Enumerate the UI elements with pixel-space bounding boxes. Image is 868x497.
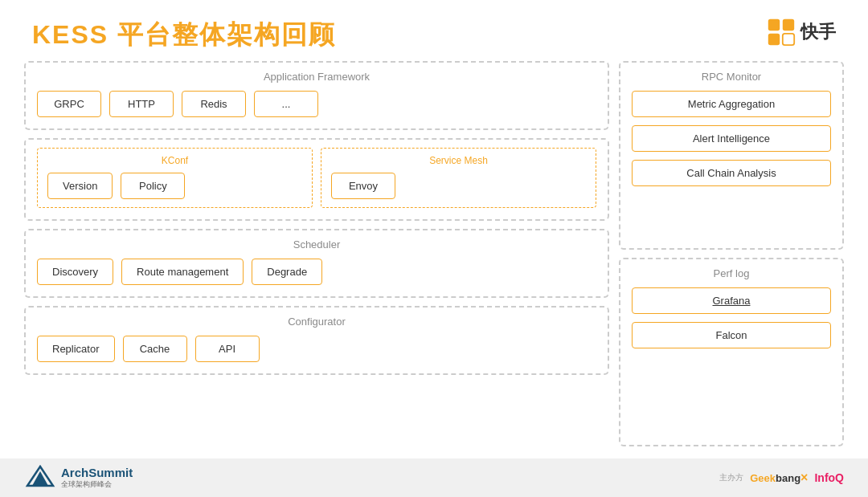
kconf-sub-box: KConf Version Policy [37, 148, 313, 208]
perf-log-items: Grafana Falcon [632, 287, 831, 348]
alert-intelligence-item: Alert Intelligence [632, 125, 831, 152]
discovery-item: Discovery [37, 259, 113, 285]
route-management-item: Route management [121, 259, 244, 285]
infoq-label: InfoQ [814, 471, 844, 484]
scheduler-box: Scheduler Discovery Route management Deg… [24, 229, 609, 298]
metric-aggregation-item: Metric Aggregation [632, 91, 831, 117]
scheduler-items: Discovery Route management Degrade [37, 259, 596, 285]
svg-rect-3 [783, 34, 794, 45]
http-item: HTTP [109, 91, 174, 117]
call-chain-analysis-item: Call Chain Analysis [632, 160, 831, 186]
servicemesh-label: Service Mesh [331, 155, 586, 166]
kconf-servicemesh-row: KConf Version Policy Service Mesh Envoy [37, 148, 596, 208]
perf-log-label: Perf log [632, 267, 831, 279]
rpc-monitor-items: Metric Aggregation Alert Intelligence Ca… [632, 91, 831, 186]
replicator-item: Replicator [37, 336, 115, 362]
main-content: Application Framework GRPC HTTP Redis ..… [0, 61, 868, 446]
header: KESS 平台整体架构回顾 快手 [0, 0, 868, 61]
degrade-item: Degrade [252, 259, 322, 285]
envoy-item: Envoy [331, 173, 395, 199]
servicemesh-sub-box: Service Mesh Envoy [321, 148, 596, 208]
grpc-item: GRPC [37, 91, 101, 117]
servicemesh-items: Envoy [331, 173, 586, 199]
archsummit-sub-label: 全球架构师峰会 [61, 479, 133, 490]
archsummit-icon [24, 463, 56, 492]
geekbang-label: Geekbang× [750, 471, 808, 485]
footer-left: ArchSummit 全球架构师峰会 [24, 463, 133, 492]
configurator-box: Configurator Replicator Cache API [24, 306, 609, 375]
grafana-item: Grafana [632, 287, 831, 314]
rpc-monitor-box: RPC Monitor Metric Aggregation Alert Int… [619, 61, 844, 250]
app-framework-box: Application Framework GRPC HTTP Redis ..… [24, 61, 609, 130]
footer-right: 主办方 Geekbang× InfoQ [719, 471, 844, 485]
falcon-item: Falcon [632, 322, 831, 348]
archsummit-logo: ArchSummit 全球架构师峰会 [24, 463, 133, 492]
kuaishou-logo-icon [767, 18, 796, 47]
configurator-items: Replicator Cache API [37, 336, 596, 362]
svg-rect-2 [768, 34, 780, 45]
kconf-label: KConf [47, 155, 302, 166]
api-item: API [195, 336, 260, 362]
footer: ArchSummit 全球架构师峰会 主办方 Geekbang× InfoQ [0, 458, 868, 497]
configurator-label: Configurator [37, 316, 596, 328]
logo-area: 快手 [767, 18, 836, 47]
logo-text: 快手 [800, 20, 836, 44]
etc-item: ... [254, 91, 318, 117]
left-panel: Application Framework GRPC HTTP Redis ..… [24, 61, 609, 446]
version-item: Version [47, 173, 113, 199]
kconf-servicemesh-box: KConf Version Policy Service Mesh Envoy [24, 138, 609, 221]
archsummit-label: ArchSummit [61, 466, 133, 479]
cohost-label: 主办方 [719, 472, 743, 483]
archsummit-text-group: ArchSummit 全球架构师峰会 [61, 466, 133, 490]
right-panel: RPC Monitor Metric Aggregation Alert Int… [619, 61, 844, 446]
rpc-monitor-label: RPC Monitor [632, 71, 831, 83]
page-title: KESS 平台整体架构回顾 [32, 18, 336, 53]
app-framework-items: GRPC HTTP Redis ... [37, 91, 596, 117]
scheduler-label: Scheduler [37, 238, 596, 251]
redis-item: Redis [182, 91, 246, 117]
cache-item: Cache [123, 336, 187, 362]
svg-rect-1 [783, 19, 794, 31]
perf-log-box: Perf log Grafana Falcon [619, 258, 844, 446]
app-framework-label: Application Framework [37, 71, 596, 83]
kconf-items: Version Policy [47, 173, 302, 199]
svg-rect-0 [768, 19, 780, 31]
policy-item: Policy [121, 173, 185, 199]
